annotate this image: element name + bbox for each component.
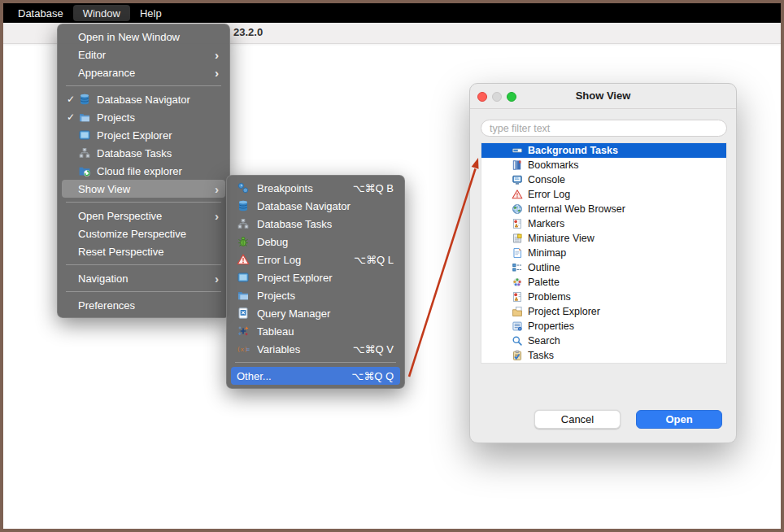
menu-item-cloud-file-explorer[interactable]: Cloud file explorer <box>62 162 225 180</box>
view-list-item-search[interactable]: Search <box>481 334 726 348</box>
project-explorer-icon <box>78 129 91 142</box>
menu-item-project-explorer[interactable]: Project Explorer <box>62 126 225 144</box>
window-menu: Open in New WindowEditor›Appearance›✓Dat… <box>57 24 230 318</box>
menu-item-variables[interactable]: (x)=Variables⌥⌘Q V <box>231 340 400 358</box>
minimize-button[interactable] <box>492 92 502 102</box>
query-manager-icon <box>237 307 250 320</box>
view-list: Background TasksBookmarksConsoleError Lo… <box>481 142 727 364</box>
menu-item-tableau[interactable]: Tableau <box>231 322 400 340</box>
breakpoints-icon <box>237 181 250 194</box>
palette-icon <box>512 277 523 288</box>
screenshot-frame: DatabaseWindowHelp 23.2.0 Open in New Wi… <box>0 0 784 532</box>
menu-item-appearance[interactable]: Appearance› <box>62 63 225 81</box>
view-item-label: Project Explorer <box>528 306 600 317</box>
view-list-item-properties[interactable]: Properties <box>481 319 726 334</box>
menu-bar-item-window[interactable]: Window <box>73 5 130 21</box>
view-item-label: Minimap <box>528 247 566 259</box>
bookmarks-icon <box>512 159 523 171</box>
view-list-item-outline[interactable]: Outline <box>481 260 726 275</box>
menu-item-database-navigator[interactable]: Database Navigator <box>231 197 400 215</box>
view-item-label: Console <box>528 174 565 185</box>
menu-bar-item-database[interactable]: Database <box>8 5 73 21</box>
outline-icon <box>512 262 523 273</box>
tasks-icon <box>512 350 523 361</box>
view-list-item-miniature-view[interactable]: Miniature View <box>481 231 726 246</box>
menu-item-label: Database Tasks <box>97 147 172 159</box>
menu-item-database-tasks[interactable]: Database Tasks <box>231 215 400 233</box>
menu-item-open-in-new-window[interactable]: Open in New Window <box>62 28 225 46</box>
view-item-label: Bookmarks <box>528 159 579 171</box>
menu-item-editor[interactable]: Editor› <box>62 46 225 63</box>
menu-item-customize-perspective[interactable]: Customize Perspective <box>62 225 225 242</box>
minimap-icon <box>512 247 523 259</box>
menu-item-label: Tableau <box>257 325 294 338</box>
menu-item-shortcut: ⌥⌘Q B <box>353 182 394 194</box>
menu-item-label: Show View <box>78 183 130 195</box>
view-list-item-console[interactable]: Console <box>481 172 726 187</box>
view-item-label: Palette <box>528 277 560 288</box>
svg-text:=: = <box>246 346 250 353</box>
close-button[interactable] <box>477 92 487 102</box>
menu-item-breakpoints[interactable]: Breakpoints⌥⌘Q B <box>231 179 400 197</box>
projects-icon <box>78 111 91 124</box>
view-list-item-bookmarks[interactable]: Bookmarks <box>481 158 726 172</box>
menu-item-query-manager[interactable]: Query Manager <box>231 304 400 322</box>
web-browser-icon <box>512 203 523 215</box>
view-list-item-tasks[interactable]: Tasks <box>481 348 726 363</box>
cloud-file-explorer-icon <box>78 164 91 177</box>
menu-separator <box>66 202 221 203</box>
miniature-view-icon <box>512 233 523 244</box>
menu-item-other[interactable]: Other...⌥⌘Q Q <box>231 367 400 385</box>
view-list-item-markers[interactable]: Markers <box>481 216 726 231</box>
view-list-item-minimap[interactable]: Minimap <box>481 246 726 260</box>
project-explorer-folder-icon <box>512 306 523 317</box>
checkmark-icon: ✓ <box>67 111 75 123</box>
menu-item-label: Navigation <box>78 273 128 285</box>
menu-item-open-perspective[interactable]: Open Perspective› <box>62 207 225 225</box>
menu-item-show-view[interactable]: Show View› <box>62 180 225 198</box>
menu-item-projects[interactable]: Projects <box>231 286 400 304</box>
menu-separator <box>235 362 396 363</box>
menu-item-preferences[interactable]: Preferences <box>62 296 225 314</box>
menu-item-label: Preferences <box>78 299 135 312</box>
variables-icon: (x)= <box>237 342 250 355</box>
menu-item-navigation[interactable]: Navigation› <box>62 269 225 287</box>
menu-item-label: Appearance <box>78 67 135 79</box>
view-item-label: Background Tasks <box>528 145 618 156</box>
menu-item-reset-perspective[interactable]: Reset Perspective <box>62 242 225 260</box>
view-list-item-background-tasks[interactable]: Background Tasks <box>481 143 726 158</box>
view-list-item-internal-web-browser[interactable]: Internal Web Browser <box>481 202 726 216</box>
menu-bar-item-help[interactable]: Help <box>130 5 172 21</box>
menu-item-label: Other... <box>237 370 272 382</box>
error-log-icon <box>237 253 250 266</box>
menu-item-label: Database Tasks <box>257 218 332 230</box>
view-list-item-problems[interactable]: Problems <box>481 290 726 304</box>
menu-item-label: Variables <box>257 343 300 355</box>
menu-item-label: Projects <box>97 111 135 124</box>
chevron-right-icon: › <box>215 183 219 195</box>
menu-item-label: Project Explorer <box>257 272 332 284</box>
view-item-label: Outline <box>528 262 560 273</box>
view-list-item-error-log[interactable]: Error Log <box>481 187 726 202</box>
menu-item-projects[interactable]: ✓Projects <box>62 108 225 126</box>
database-navigator-icon <box>78 93 91 106</box>
chevron-right-icon: › <box>215 67 219 79</box>
menu-item-label: Query Manager <box>257 307 330 320</box>
view-list-item-project-explorer[interactable]: Project Explorer <box>481 304 726 319</box>
view-list-item-palette[interactable]: Palette <box>481 275 726 290</box>
filter-input[interactable] <box>481 120 727 137</box>
cancel-button[interactable]: Cancel <box>534 410 621 429</box>
menu-item-error-log[interactable]: Error Log⌥⌘Q L <box>231 251 400 268</box>
view-item-label: Search <box>528 335 560 347</box>
database-tasks-icon <box>237 217 250 230</box>
app-version-text: 23.2.0 <box>233 26 263 38</box>
open-button[interactable]: Open <box>636 410 722 429</box>
menu-item-database-navigator[interactable]: ✓Database Navigator <box>62 90 225 108</box>
menu-item-label: Debug <box>257 236 288 248</box>
view-item-label: Internal Web Browser <box>528 203 625 215</box>
menu-item-debug[interactable]: Debug <box>231 233 400 251</box>
view-item-label: Properties <box>528 321 574 332</box>
menu-item-database-tasks[interactable]: Database Tasks <box>62 144 225 162</box>
menu-item-project-explorer[interactable]: Project Explorer <box>231 268 400 286</box>
zoom-button[interactable] <box>507 92 516 102</box>
